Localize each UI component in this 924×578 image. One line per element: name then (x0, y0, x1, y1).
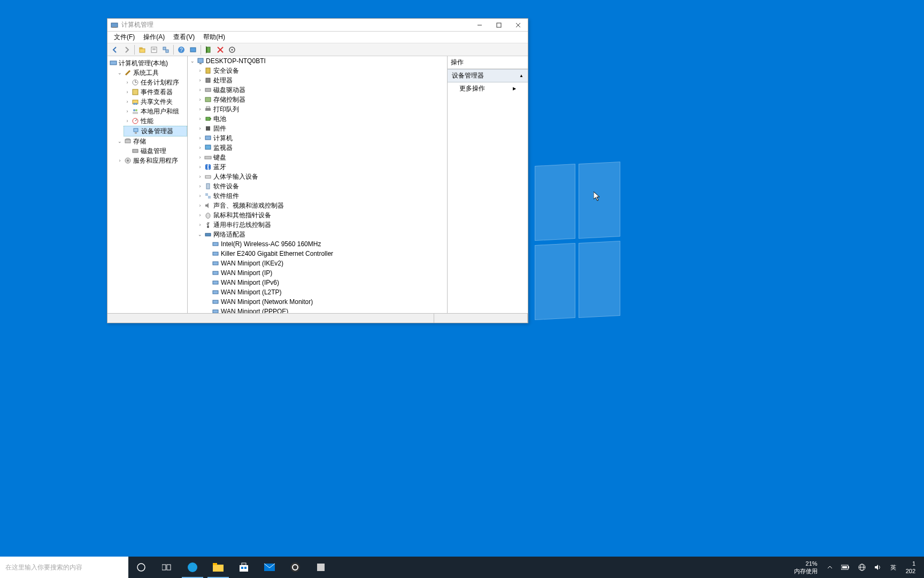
actions-section[interactable]: 设备管理器 ▲ (448, 69, 528, 82)
console-tree-pane[interactable]: 计算机管理(本地) ⌄ 系统工具 ›任务计划程序 ›事件查看器 (107, 56, 188, 313)
file-explorer-icon[interactable] (205, 557, 231, 578)
forward-button[interactable] (121, 44, 132, 55)
dev-software-components[interactable]: ›软件组件 (196, 191, 447, 201)
network-tray-icon[interactable] (856, 564, 868, 571)
tree-disk-management[interactable]: ›磁盘管理 (124, 146, 187, 156)
expand-icon[interactable]: › (197, 184, 203, 189)
properties-button[interactable] (149, 44, 159, 55)
dev-monitor[interactable]: ›监视器 (196, 143, 447, 153)
dev-sound[interactable]: ›声音、视频和游戏控制器 (196, 201, 447, 210)
expand-icon[interactable]: › (125, 80, 130, 85)
tree-local-users[interactable]: ›本地用户和组 (124, 107, 187, 116)
expand-icon[interactable]: › (197, 212, 203, 218)
refresh-scan-button[interactable] (188, 44, 198, 55)
expand-icon[interactable]: › (197, 203, 203, 208)
dev-battery[interactable]: ›电池 (196, 114, 447, 124)
expand-icon[interactable]: › (197, 135, 203, 141)
collapse-icon[interactable]: ⌄ (117, 70, 122, 75)
expand-icon[interactable]: › (125, 99, 130, 104)
nic-intel[interactable]: ·Intel(R) Wireless-AC 9560 160MHz (204, 239, 447, 249)
dev-network-adapters[interactable]: ⌄网络适配器 (196, 230, 447, 239)
dev-software-devices[interactable]: ›软件设备 (196, 181, 447, 191)
expand-icon[interactable]: › (197, 164, 203, 170)
nic-killer[interactable]: ·Killer E2400 Gigabit Ethernet Controlle… (204, 249, 447, 258)
collapse-icon[interactable]: ⌄ (197, 232, 203, 237)
nic-ikev2[interactable]: ·WAN Miniport (IKEv2) (204, 258, 447, 268)
taskbar[interactable]: 在这里输入你要搜索的内容 21% 内存使用 英 1 202 (0, 557, 924, 578)
dev-hid[interactable]: ›人体学输入设备 (196, 172, 447, 181)
dev-processor[interactable]: ›处理器 (196, 75, 447, 85)
dev-computers[interactable]: ›计算机 (196, 133, 447, 143)
volume-tray-icon[interactable] (872, 564, 884, 571)
obs-icon[interactable] (282, 557, 308, 578)
menu-view[interactable]: 查看(V) (169, 32, 199, 43)
dev-disk-drives[interactable]: ›磁盘驱动器 (196, 85, 447, 95)
tree-system-tools[interactable]: ⌄ 系统工具 (116, 68, 187, 78)
store-icon[interactable] (231, 557, 257, 578)
expand-icon[interactable]: › (117, 158, 122, 163)
nic-pppoe[interactable]: ·WAN Miniport (PPPOE) (204, 307, 447, 313)
enable-button[interactable] (203, 44, 214, 55)
tree-device-manager[interactable]: ›设备管理器 (124, 126, 187, 136)
expand-icon[interactable]: › (197, 174, 203, 179)
edge-icon[interactable] (180, 557, 205, 578)
clock[interactable]: 1 202 (903, 560, 919, 575)
battery-tray-icon[interactable] (839, 565, 852, 570)
expand-icon[interactable]: › (197, 145, 203, 150)
help-button[interactable]: ? (176, 44, 187, 55)
tree-task-scheduler[interactable]: ›任务计划程序 (124, 78, 187, 87)
expand-icon[interactable]: › (197, 78, 203, 83)
dev-storage-ctrl[interactable]: ›存储控制器 (196, 95, 447, 104)
tree-services-apps[interactable]: › 服务和应用程序 (116, 156, 187, 165)
device-tree-pane[interactable]: ⌄ DESKTOP-NTQ0BTI ›安全设备 ›处理器 ›磁盘驱动器 ›存储控… (188, 56, 448, 313)
dev-firmware[interactable]: ›固件 (196, 124, 447, 133)
nic-ip[interactable]: ·WAN Miniport (IP) (204, 268, 447, 278)
ime-indicator[interactable]: 英 (888, 564, 898, 572)
expand-icon[interactable]: › (197, 116, 203, 121)
expand-icon[interactable]: › (197, 107, 203, 112)
device-root-computer[interactable]: ⌄ DESKTOP-NTQ0BTI (189, 56, 447, 66)
expand-icon[interactable]: › (197, 126, 203, 131)
expand-icon[interactable]: › (197, 193, 203, 199)
expand-icon[interactable]: › (197, 155, 203, 160)
mail-icon[interactable] (257, 557, 282, 578)
back-button[interactable] (110, 44, 120, 55)
menu-action[interactable]: 操作(A) (139, 32, 169, 43)
expand-icon[interactable]: › (125, 109, 130, 114)
titlebar[interactable]: 计算机管理 (107, 19, 528, 32)
menu-file[interactable]: 文件(F) (110, 32, 139, 43)
expand-icon[interactable]: › (197, 68, 203, 73)
tree-performance[interactable]: ›性能 (124, 116, 187, 126)
tree-root[interactable]: 计算机管理(本地) (109, 58, 187, 68)
expand-icon[interactable]: › (197, 97, 203, 102)
update-driver-button[interactable] (227, 44, 237, 55)
collapse-icon[interactable]: ⌄ (190, 58, 195, 64)
dev-bluetooth[interactable]: ›蓝牙 (196, 162, 447, 172)
actions-more[interactable]: 更多操作 ▶ (448, 82, 528, 95)
taskbar-search[interactable]: 在这里输入你要搜索的内容 (0, 557, 128, 578)
menu-help[interactable]: 帮助(H) (199, 32, 229, 43)
cortana-button[interactable] (128, 557, 154, 578)
expand-icon[interactable]: › (197, 87, 203, 93)
dev-keyboard[interactable]: ›键盘 (196, 153, 447, 162)
memory-indicator[interactable]: 21% 内存使用 (791, 560, 821, 575)
nic-ipv6[interactable]: ·WAN Miniport (IPv6) (204, 278, 447, 287)
task-view-button[interactable] (154, 557, 180, 578)
disable-button[interactable] (215, 44, 226, 55)
nic-netmon[interactable]: ·WAN Miniport (Network Monitor) (204, 297, 447, 307)
tree-event-viewer[interactable]: ›事件查看器 (124, 87, 187, 97)
expand-icon[interactable]: › (197, 222, 203, 227)
dev-print-queue[interactable]: ›打印队列 (196, 104, 447, 114)
close-button[interactable] (509, 19, 528, 32)
minimize-button[interactable] (470, 19, 489, 32)
maximize-button[interactable] (489, 19, 509, 32)
collapse-icon[interactable]: ⌄ (117, 139, 122, 144)
app-icon[interactable] (308, 557, 334, 578)
tree-shared-folders[interactable]: ›共享文件夹 (124, 97, 187, 107)
tray-chevron-icon[interactable] (825, 565, 835, 570)
tree-storage[interactable]: ⌄ 存储 (116, 136, 187, 146)
expand-icon[interactable]: › (125, 89, 130, 95)
up-button[interactable] (137, 44, 148, 55)
dev-security[interactable]: ›安全设备 (196, 66, 447, 75)
nic-l2tp[interactable]: ·WAN Miniport (L2TP) (204, 287, 447, 297)
